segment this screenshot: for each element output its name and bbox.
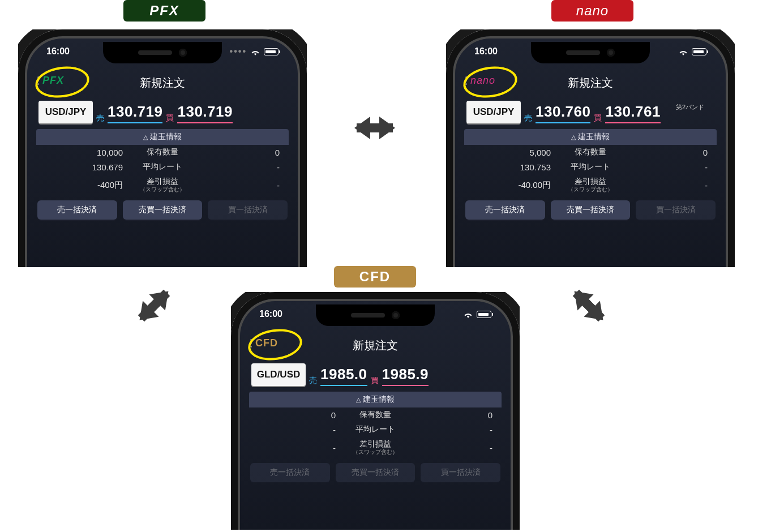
buy-label: 買 xyxy=(594,113,602,123)
row-pl: -400円 差引損益（スワップ含む） - xyxy=(32,174,293,196)
triangle-icon: △ xyxy=(143,134,148,141)
dots-icon: •••• xyxy=(230,46,247,57)
settle-sell-button[interactable]: 売一括決済 xyxy=(465,200,545,220)
buy-price[interactable]: 130.761 xyxy=(605,103,660,123)
page-title: 新規注文 xyxy=(140,75,185,91)
triangle-icon: △ xyxy=(356,396,361,404)
settle-sell-button[interactable]: 売一括決済 xyxy=(37,200,117,220)
phone-nano: 16:00 nano 新規注文 USD/JPY 第2バンド 売 13 xyxy=(446,29,735,267)
wifi-icon xyxy=(250,48,260,55)
row-qty: 0保有数量0 xyxy=(245,407,506,422)
row-avg: -平均レート- xyxy=(245,422,506,437)
badge-pfx: PFX xyxy=(123,0,205,22)
buy-label: 買 xyxy=(166,113,174,123)
battery-icon xyxy=(264,48,279,55)
sell-label: 売 xyxy=(309,376,317,386)
swap-arrows-horizontal-icon xyxy=(352,105,397,151)
battery-icon xyxy=(477,311,491,318)
swap-arrows-diag-left-icon xyxy=(122,273,186,337)
settle-both-button: 売買一括決済 xyxy=(336,463,416,482)
brand-indicator-cfd[interactable]: CFD xyxy=(250,337,278,349)
position-info-header[interactable]: △ 建玉情報 xyxy=(36,129,289,145)
status-time: 16:00 xyxy=(474,46,498,57)
phone-pfx: 16:00 •••• PFX 新規注文 USD/JPY 売 130.71 xyxy=(18,29,307,267)
sell-price[interactable]: 130.719 xyxy=(108,103,162,123)
sell-label: 売 xyxy=(524,113,532,123)
row-pl: - 差引損益（スワップ含む） - xyxy=(245,437,506,458)
settle-both-button[interactable]: 売買一括決済 xyxy=(123,200,203,220)
settle-buy-button: 買一括決済 xyxy=(208,200,288,220)
brand-indicator-nano[interactable]: nano xyxy=(465,75,495,87)
sell-label: 売 xyxy=(96,113,104,123)
settle-sell-button: 売一括決済 xyxy=(250,463,330,482)
triangle-icon: △ xyxy=(571,134,576,141)
buy-label: 買 xyxy=(371,376,379,386)
settle-both-button[interactable]: 売買一括決済 xyxy=(551,200,631,220)
brand-indicator-pfx[interactable]: PFX xyxy=(37,75,64,87)
row-pl: -40.00円 差引損益（スワップ含む） - xyxy=(460,174,721,196)
row-avg: 130.753平均レート- xyxy=(460,160,721,174)
status-time: 16:00 xyxy=(259,309,282,319)
phone-cfd: 16:00 CFD 新規注文 GLD/USD 売 1985.0 買 xyxy=(231,292,520,530)
page-title: 新規注文 xyxy=(353,338,398,353)
position-info-header[interactable]: △ 建玉情報 xyxy=(464,129,717,145)
band2-label: 第2バンド xyxy=(676,103,704,111)
pair-selector[interactable]: USD/JPY xyxy=(38,101,93,123)
row-avg: 130.679平均レート- xyxy=(32,160,293,174)
wifi-icon xyxy=(678,48,688,55)
page-title: 新規注文 xyxy=(568,75,613,91)
badge-cfd: CFD xyxy=(334,266,416,288)
status-time: 16:00 xyxy=(46,46,70,57)
badge-nano: nano xyxy=(551,0,633,22)
row-qty: 10,000保有数量0 xyxy=(32,145,293,160)
buy-price[interactable]: 130.719 xyxy=(177,103,232,123)
buy-price[interactable]: 1985.9 xyxy=(382,366,429,386)
battery-icon xyxy=(692,48,706,55)
row-qty: 5,000保有数量0 xyxy=(460,145,721,160)
settle-buy-button: 買一括決済 xyxy=(636,200,716,220)
sell-price[interactable]: 130.760 xyxy=(536,103,590,123)
wifi-icon xyxy=(463,311,473,318)
pair-selector[interactable]: USD/JPY xyxy=(466,101,521,123)
sell-price[interactable]: 1985.0 xyxy=(320,366,367,386)
position-info-header[interactable]: △ 建玉情報 xyxy=(249,392,502,407)
pair-selector[interactable]: GLD/USD xyxy=(251,363,306,386)
settle-buy-button: 買一括決済 xyxy=(421,463,500,482)
swap-arrows-diag-right-icon xyxy=(556,273,620,337)
